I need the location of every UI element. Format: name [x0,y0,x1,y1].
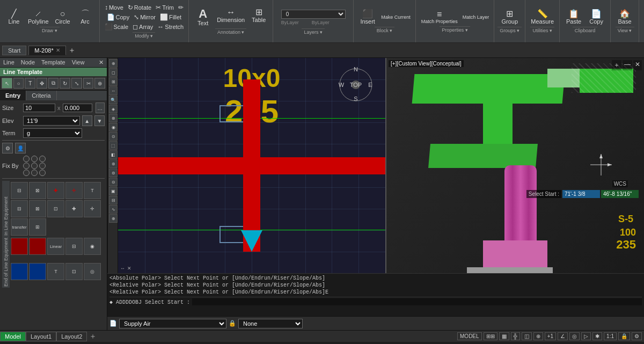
lp-tab-criteria[interactable]: Criteria [26,91,56,100]
vp3d-icon-close[interactable]: ✕ [633,60,642,70]
supply-air-select[interactable]: Supply Air [119,319,226,328]
fillet-tool[interactable]: ⬜Fillet [158,13,183,21]
vp-tool-18[interactable]: ⊕ [109,214,118,223]
vp3d-icon-plus[interactable]: ＋ [612,60,621,70]
equip-inline-7[interactable]: ⊠ [29,200,46,217]
equip-end-8[interactable]: T [47,263,64,280]
fix-dot-9[interactable] [39,170,46,176]
bottom-tab-layout1[interactable]: Layout1 [26,332,56,341]
equip-end-10[interactable]: ◎ [84,263,101,280]
copy-btn[interactable]: 📄 Copy [586,9,607,26]
lp-extra1-btn[interactable]: ⊕ [94,78,105,89]
vp-tool-9[interactable]: ⊙ [109,132,118,141]
vp-tool-13[interactable]: ⊜ [109,169,118,177]
ss-input1[interactable] [562,190,600,198]
equip-end-2[interactable] [29,238,46,255]
vp-tool-10[interactable]: ⬚ [109,141,118,150]
vp-tool-17[interactable]: ∿ [109,205,118,214]
status-scale-btn[interactable]: 1:1 [604,332,617,340]
lp-rotate-btn[interactable]: ↻ [60,78,70,89]
equip-end-1[interactable] [11,238,28,255]
lp-move-btn[interactable]: ✥ [36,78,47,89]
equip-inline-10[interactable]: ✛ [84,200,101,217]
equip-inline-12[interactable]: ⊞ [29,218,46,236]
paste-btn[interactable]: 📋 Paste [563,9,584,26]
vp-tool-8[interactable]: ◉ [109,123,118,131]
stretch-tool[interactable]: ↔Stretch [156,23,185,31]
equip-inline-3[interactable]: ✚ [47,182,64,199]
lp-menu-line[interactable]: Line [0,58,18,67]
equip-inline-9[interactable]: ✚ [65,200,83,217]
trim-tool[interactable]: ✂Trim [154,3,175,12]
equip-inline-11[interactable]: transfer [11,218,28,236]
equip-inline-1[interactable]: ⊟ [11,182,28,199]
vp-tool-14[interactable]: ⊝ [109,178,118,186]
dimension-tool[interactable]: ↔ Dimension [215,7,247,27]
vp-tool-6[interactable]: ◈ [109,105,118,113]
new-tab-button[interactable]: ＋ [68,46,76,55]
size-input[interactable] [23,104,55,112]
console-input[interactable] [192,298,642,305]
vp-tool-3[interactable]: ⊞ [109,77,118,86]
pen-tool[interactable]: ✏ [177,3,185,12]
fix-dot-5[interactable] [31,163,38,169]
layer-dropdown[interactable]: 0 [281,10,346,19]
equip-end-5[interactable]: ◉ [84,238,101,255]
status-osnap-btn[interactable]: ⊕ [533,332,543,340]
modify-group-label[interactable]: Modify ▾ [133,32,155,39]
status-ortho-btn[interactable]: ╬ [511,332,520,340]
status-grid-btn[interactable]: ⊞⊞ [484,332,497,340]
vp-tool-12[interactable]: ⊛ [109,159,118,168]
array-tool[interactable]: ◻Array [131,23,155,31]
status-otrack-btn[interactable]: +1 [545,332,556,340]
viewport-3d[interactable]: S-5 100 235 [+][Custom View][Conceptual]… [386,58,644,273]
elev-select[interactable]: 11'9 [23,116,80,126]
insert-tool[interactable]: ⬛ Insert [357,9,378,26]
bottom-tab-layout2[interactable]: Layout2 [56,332,87,341]
vp3d-icon-minus[interactable]: — [623,60,632,70]
vp-tool-15[interactable]: ▣ [109,187,118,195]
elev-up-btn[interactable]: ▲ [82,115,92,126]
properties-group-label[interactable]: Properties ▾ [440,26,470,33]
lp-text-btn[interactable]: T [25,78,35,89]
settings-icon-1[interactable]: ⚙ [2,143,13,153]
lp-menu-node[interactable]: Node [18,58,38,67]
mirror-tool[interactable]: ⤡Mirror [132,13,157,21]
term-select[interactable]: g [23,128,82,138]
size-browse-btn[interactable]: … [96,103,105,113]
make-current-btn[interactable]: Make Current [379,9,412,26]
status-lwt-btn[interactable]: ∠ [558,332,568,340]
fix-dot-6[interactable] [39,163,46,169]
view-group-label[interactable]: View ▾ [616,27,634,34]
lp-menu-view[interactable]: View [69,58,88,67]
equip-inline-2[interactable]: ⊠ [29,182,46,199]
size-x-input[interactable] [63,104,92,112]
settings-icon-2[interactable]: 👤 [15,143,26,153]
tab-m208[interactable]: M-208* ✕ [28,46,65,55]
status-annot-btn[interactable]: ✱ [592,332,602,340]
base-tool[interactable]: 🏠 Base [614,9,635,26]
elev-down-btn[interactable]: ▼ [94,115,105,126]
add-layout-btn[interactable]: ＋ [87,332,99,341]
measure-tool[interactable]: 📏 Measure [529,9,556,26]
bottom-tab-model[interactable]: Model [0,332,26,341]
fix-dot-4[interactable] [23,163,30,169]
match-properties-tool[interactable]: ≡ Match Properties [419,9,460,25]
equip-inline-4[interactable]: ✛ [65,182,83,199]
fix-dot-8[interactable] [31,170,38,176]
status-polar-btn[interactable]: ◫ [522,332,532,340]
block-group-label[interactable]: Block ▾ [375,27,395,34]
line-tool[interactable]: ╱ Line [3,9,25,26]
fix-dot-1[interactable] [23,156,30,162]
lp-scale-btn[interactable]: ⤡ [71,78,82,89]
lp-copy-btn2[interactable]: ⧉ [48,78,59,89]
fix-dot-2[interactable] [31,156,38,162]
vp-tool-1[interactable]: ⊕ [109,59,118,68]
status-tmodel-btn[interactable]: ◎ [569,332,580,340]
table-tool[interactable]: ⊞ Table [248,7,269,27]
equip-end-4[interactable]: ⊟ [65,238,83,255]
tab-start[interactable]: Start [2,46,26,55]
vp-tool-11[interactable]: ◧ [109,150,118,159]
ss-input2[interactable] [601,190,639,198]
clipboard-group-label[interactable]: Clipboard [573,27,598,34]
